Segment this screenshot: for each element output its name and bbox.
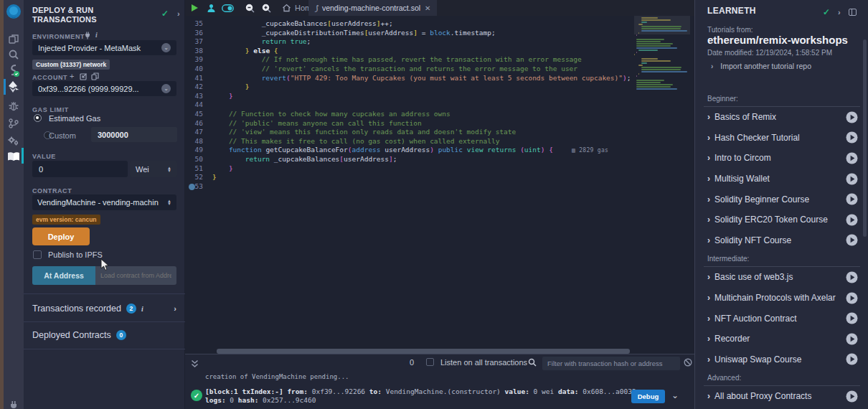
play-circle-icon[interactable] xyxy=(846,152,858,164)
tutorial-item[interactable]: ›Solidity NFT Course xyxy=(704,230,860,251)
value-input[interactable] xyxy=(32,161,128,177)
remix-logo[interactable] xyxy=(4,2,24,22)
line-number[interactable]: 51 xyxy=(185,164,212,174)
search-icon[interactable] xyxy=(528,358,537,367)
line-number[interactable]: 38 xyxy=(185,47,212,56)
play-circle-icon[interactable] xyxy=(846,271,858,283)
line-number[interactable]: 49 xyxy=(185,146,212,155)
play-circle-icon[interactable] xyxy=(846,214,858,226)
tutorial-item[interactable]: ›Uniswap Swap Course xyxy=(704,349,860,370)
publish-ipfs-checkbox[interactable] xyxy=(33,250,42,259)
value-unit-select[interactable]: Wei ▲▼ xyxy=(130,161,177,177)
deploy-button[interactable]: Deploy xyxy=(32,227,90,245)
listen-all-checkbox[interactable] xyxy=(426,358,434,366)
line-number[interactable]: 45 xyxy=(185,110,212,119)
import-repo-row[interactable]: › Import another tutorial repo xyxy=(711,62,811,70)
estimated-gas-radio[interactable] xyxy=(34,114,42,122)
tutorial-item[interactable]: ›Solidity Beginner Course xyxy=(704,189,860,210)
transactions-recorded-row[interactable]: Transactions recorded 2 i › xyxy=(32,301,176,316)
play-circle-icon[interactable] xyxy=(846,390,858,403)
pin-panel-icon[interactable] xyxy=(849,9,857,16)
line-number[interactable]: 41 xyxy=(185,74,212,83)
debugger-icon[interactable] xyxy=(4,98,24,115)
learneth-book-icon[interactable] xyxy=(4,148,24,165)
play-circle-icon[interactable] xyxy=(846,333,858,345)
terminal-filter-input[interactable] xyxy=(542,357,680,370)
line-number[interactable]: 44 xyxy=(185,100,212,110)
close-tab-icon[interactable]: ✕ xyxy=(425,4,430,12)
play-circle-icon[interactable] xyxy=(846,111,858,123)
tx-log-text[interactable]: [block:1 txIndex:-] from: 0xf39...92266 … xyxy=(205,387,636,404)
home-icon[interactable] xyxy=(279,1,293,14)
file-explorer-icon[interactable] xyxy=(4,30,24,47)
play-circle-icon[interactable] xyxy=(846,173,858,185)
plug-icon[interactable] xyxy=(4,396,24,409)
run-script-icon[interactable] xyxy=(187,1,202,14)
search-icon[interactable] xyxy=(4,46,24,63)
tutorial-item[interactable]: ›NFT Auction Contract xyxy=(704,308,860,329)
copy-icon[interactable] xyxy=(91,72,99,80)
account-dropdown-icon[interactable]: ⌄ xyxy=(161,84,171,93)
tutorial-item[interactable]: ›Basics of Remix xyxy=(704,107,860,128)
play-circle-icon[interactable] xyxy=(846,234,858,246)
line-number[interactable]: 40 xyxy=(185,65,212,74)
line-number[interactable]: 47 xyxy=(185,128,212,137)
chevron-right-icon[interactable]: › xyxy=(838,8,841,17)
debug-button[interactable]: Debug xyxy=(631,390,665,403)
toggle-icon[interactable] xyxy=(220,1,235,14)
tutorial-item[interactable]: ›Solidity ERC20 Token Course xyxy=(704,210,860,230)
deploy-run-icon[interactable] xyxy=(4,78,24,95)
tutorial-item[interactable]: ›Recorder xyxy=(704,329,860,349)
settings-icon[interactable] xyxy=(4,132,24,149)
line-number[interactable]: 39 xyxy=(185,55,212,65)
unit-spinner-icon[interactable]: ▲▼ xyxy=(167,166,171,172)
expand-chevron-icon[interactable]: › xyxy=(174,304,176,313)
line-number[interactable]: 36 xyxy=(185,29,212,38)
tutorial-item[interactable]: ›Multichain Protocols with Axelar xyxy=(704,288,860,309)
add-account-icon[interactable]: + xyxy=(70,72,74,80)
learneth-scrollbar[interactable] xyxy=(863,39,867,237)
environment-dropdown-icon[interactable]: ⌄ xyxy=(161,43,171,52)
zoom-out-icon[interactable] xyxy=(242,1,257,14)
line-number[interactable]: 35 xyxy=(185,19,212,29)
plug-small-icon[interactable] xyxy=(84,32,91,39)
play-circle-icon[interactable] xyxy=(846,353,858,365)
breakpoint-dot[interactable] xyxy=(189,184,195,190)
tutorial-item[interactable]: ›Intro to Circom xyxy=(704,148,860,169)
info-icon[interactable]: i xyxy=(141,305,143,313)
play-circle-icon[interactable] xyxy=(846,131,858,144)
account-select[interactable]: 0xf39...92266 (9999.99929... ⌄ xyxy=(32,81,176,96)
line-number[interactable]: 37 xyxy=(185,37,212,47)
code-editor[interactable]: 35 _cupcakeBalances[userAddress]++;36 _c… xyxy=(185,16,694,354)
tx-expand-chevron-icon[interactable]: ⌄ xyxy=(671,390,679,400)
line-number[interactable]: 52 xyxy=(185,173,212,182)
contract-select[interactable]: VendingMachine - vending-machin ▲▼ xyxy=(32,194,176,210)
zoom-in-icon[interactable] xyxy=(259,1,273,14)
info-icon[interactable]: i xyxy=(95,31,98,39)
play-circle-icon[interactable] xyxy=(846,312,858,324)
play-circle-icon[interactable] xyxy=(846,193,858,205)
tutorial-item[interactable]: ›Basic use of web3.js xyxy=(704,267,860,288)
tutorial-item[interactable]: ›Hash Checker Tutorial xyxy=(704,128,860,149)
git-icon[interactable] xyxy=(4,115,24,132)
line-number[interactable]: 42 xyxy=(185,83,212,92)
line-number[interactable]: 43 xyxy=(185,92,212,101)
tutorial-item[interactable]: ›Multisig Wallet xyxy=(704,169,860,189)
line-number[interactable]: 48 xyxy=(185,137,212,146)
chevron-right-icon[interactable]: › xyxy=(177,9,180,18)
block-icon[interactable] xyxy=(684,358,692,367)
deployed-contracts-row[interactable]: Deployed Contracts 0 xyxy=(32,327,176,343)
minimap[interactable] xyxy=(634,17,690,96)
horizontal-scrollbar[interactable] xyxy=(217,349,630,354)
sign-message-icon[interactable] xyxy=(80,72,88,80)
line-number[interactable]: 50 xyxy=(185,155,212,164)
line-number[interactable]: 46 xyxy=(185,119,212,128)
play-circle-icon[interactable] xyxy=(846,292,858,304)
solidity-compiler-icon[interactable] xyxy=(4,62,24,79)
at-address-button[interactable]: At Address xyxy=(32,266,95,285)
environment-select[interactable]: Injected Provider - MetaMask ⌄ xyxy=(32,40,176,55)
person-icon[interactable] xyxy=(204,1,218,14)
tutorial-item[interactable]: ›All about Proxy Contracts xyxy=(704,386,860,407)
custom-gas-input[interactable] xyxy=(91,127,177,142)
expand-terminal-icon[interactable] xyxy=(187,357,202,370)
